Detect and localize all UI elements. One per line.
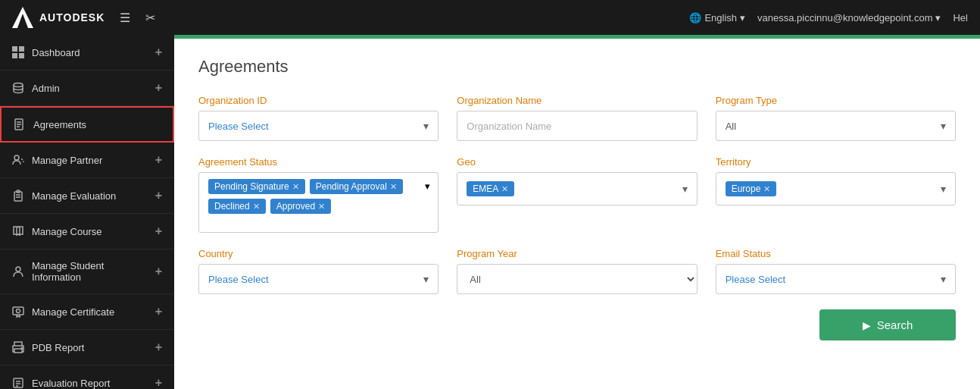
sidebar-item-agreements[interactable]: Agreements bbox=[0, 106, 174, 143]
geo-group: Geo EMEA ✕ ▾ bbox=[457, 156, 697, 233]
sidebar: Dashboard + Admin + Agr bbox=[0, 35, 174, 389]
user-menu[interactable]: vanessa.piccinnu@knowledgepoint.com ▾ bbox=[757, 12, 941, 24]
search-btn-label: Search bbox=[877, 318, 913, 331]
tag-pending-signature[interactable]: Pending Signature ✕ bbox=[208, 179, 305, 194]
svg-rect-19 bbox=[14, 349, 22, 353]
hamburger-icon[interactable]: ☰ bbox=[120, 11, 130, 25]
sidebar-item-admin-label: Admin bbox=[32, 83, 60, 94]
sidebar-item-dashboard[interactable]: Dashboard + bbox=[0, 35, 174, 71]
country-chevron-icon: ▾ bbox=[423, 273, 429, 285]
manage-student-plus-icon[interactable]: + bbox=[155, 265, 162, 278]
country-group: Country Please Select ▾ bbox=[198, 248, 439, 294]
sidebar-item-manage-partner[interactable]: Manage Partner + bbox=[0, 143, 174, 178]
svg-point-17 bbox=[17, 309, 20, 313]
svg-point-5 bbox=[14, 83, 23, 87]
geo-tag-label: EMEA bbox=[473, 184, 498, 194]
sidebar-item-eval-report[interactable]: Evaluation Report + bbox=[0, 365, 174, 389]
email-status-group: Email Status Please Select ▾ bbox=[716, 248, 956, 294]
language-selector[interactable]: 🌐 English ▾ bbox=[689, 12, 745, 24]
remove-geo-icon[interactable]: ✕ bbox=[501, 184, 508, 194]
agreement-status-multiselect[interactable]: Pending Signature ✕ Pending Approval ✕ D… bbox=[198, 172, 439, 233]
org-id-chevron-icon: ▾ bbox=[423, 120, 429, 132]
svg-point-20 bbox=[21, 347, 23, 349]
sidebar-item-agreements-label: Agreements bbox=[33, 119, 86, 130]
email-status-select[interactable]: Please Select ▾ bbox=[716, 264, 956, 294]
filter-form: Organization ID Please Select ▾ Organiza… bbox=[198, 95, 956, 294]
manage-partner-plus-icon[interactable]: + bbox=[155, 153, 162, 167]
manage-certificate-plus-icon[interactable]: + bbox=[155, 305, 162, 318]
agreement-status-chevron-icon: ▾ bbox=[425, 180, 430, 192]
eval-report-plus-icon[interactable]: + bbox=[155, 376, 162, 389]
grid-icon bbox=[12, 46, 24, 58]
svg-rect-18 bbox=[14, 342, 22, 346]
admin-plus-icon[interactable]: + bbox=[155, 81, 162, 95]
logo[interactable]: AUTODESK bbox=[12, 7, 105, 28]
globe-icon: 🌐 bbox=[689, 12, 701, 24]
person-icon bbox=[12, 265, 24, 278]
svg-rect-11 bbox=[14, 192, 22, 201]
org-name-label: Organization Name bbox=[457, 95, 697, 106]
remove-declined-icon[interactable]: ✕ bbox=[253, 202, 260, 212]
org-name-input[interactable] bbox=[457, 111, 697, 141]
sidebar-item-manage-student[interactable]: Manage Student Information + bbox=[0, 249, 174, 294]
tag-approved[interactable]: Approved ✕ bbox=[270, 199, 331, 214]
search-button[interactable]: ▶ Search bbox=[819, 309, 956, 340]
help-label: Hel bbox=[953, 12, 968, 24]
eval-icon bbox=[12, 377, 24, 389]
remove-approved-icon[interactable]: ✕ bbox=[318, 202, 325, 212]
org-name-group: Organization Name bbox=[457, 95, 697, 141]
geo-tag-emea[interactable]: EMEA ✕ bbox=[467, 181, 514, 196]
remove-pending-approval-icon[interactable]: ✕ bbox=[390, 182, 397, 192]
svg-rect-4 bbox=[19, 53, 24, 58]
program-year-select[interactable]: All bbox=[457, 264, 697, 294]
sidebar-item-manage-certificate[interactable]: Manage Certificate + bbox=[0, 294, 174, 330]
remove-pending-signature-icon[interactable]: ✕ bbox=[292, 182, 299, 192]
territory-select[interactable]: Europe ✕ ▾ bbox=[716, 172, 956, 205]
geo-label: Geo bbox=[457, 156, 697, 168]
sidebar-item-manage-course-label: Manage Course bbox=[32, 226, 102, 237]
page-title: Agreements bbox=[198, 57, 956, 77]
remove-territory-icon[interactable]: ✕ bbox=[763, 184, 770, 194]
org-id-select[interactable]: Please Select ▾ bbox=[198, 111, 439, 141]
manage-course-plus-icon[interactable]: + bbox=[155, 224, 162, 238]
territory-tag-label: Europe bbox=[732, 184, 761, 194]
program-year-label: Program Year bbox=[457, 248, 697, 259]
users-icon bbox=[12, 154, 24, 166]
sidebar-item-pdb-report[interactable]: PDB Report + bbox=[0, 330, 174, 365]
sidebar-item-eval-report-label: Evaluation Report bbox=[32, 378, 110, 389]
clipboard-icon bbox=[12, 190, 24, 202]
email-status-placeholder: Please Select bbox=[726, 274, 786, 285]
territory-chevron-icon: ▾ bbox=[941, 183, 946, 195]
search-btn-icon: ▶ bbox=[863, 319, 871, 331]
org-id-value: Please Select bbox=[208, 121, 269, 132]
svg-point-15 bbox=[16, 267, 20, 271]
sidebar-item-manage-partner-label: Manage Partner bbox=[32, 155, 102, 166]
org-id-label: Organization ID bbox=[198, 95, 439, 106]
logo-text: AUTODESK bbox=[39, 11, 105, 24]
sidebar-item-manage-evaluation-label: Manage Evaluation bbox=[32, 190, 116, 202]
country-label: Country bbox=[198, 248, 439, 259]
email-status-chevron-icon: ▾ bbox=[941, 273, 946, 285]
svg-rect-2 bbox=[19, 46, 24, 52]
manage-evaluation-plus-icon[interactable]: + bbox=[155, 189, 162, 202]
tag-declined[interactable]: Declined ✕ bbox=[208, 199, 266, 214]
pdb-report-plus-icon[interactable]: + bbox=[155, 340, 162, 354]
program-type-select[interactable]: All ▾ bbox=[716, 111, 956, 141]
sidebar-item-manage-course[interactable]: Manage Course + bbox=[0, 214, 174, 249]
territory-tag-europe[interactable]: Europe ✕ bbox=[726, 181, 777, 196]
lang-chevron-icon: ▾ bbox=[740, 12, 745, 24]
territory-label: Territory bbox=[716, 156, 956, 168]
email-status-label: Email Status bbox=[716, 248, 956, 259]
sidebar-item-manage-evaluation[interactable]: Manage Evaluation + bbox=[0, 178, 174, 214]
dashboard-plus-icon[interactable]: + bbox=[155, 45, 162, 59]
tag-pending-approval[interactable]: Pending Approval ✕ bbox=[310, 179, 403, 194]
sidebar-item-admin[interactable]: Admin + bbox=[0, 71, 174, 106]
sidebar-item-manage-certificate-label: Manage Certificate bbox=[32, 306, 114, 318]
user-email: vanessa.piccinnu@knowledgepoint.com bbox=[757, 12, 932, 24]
cert-icon bbox=[12, 306, 24, 318]
program-type-value: All bbox=[726, 121, 736, 132]
geo-select[interactable]: EMEA ✕ ▾ bbox=[457, 172, 697, 205]
country-select[interactable]: Please Select ▾ bbox=[198, 264, 439, 294]
user-chevron-icon: ▾ bbox=[935, 12, 941, 24]
tools-icon[interactable]: ✂ bbox=[145, 11, 155, 25]
